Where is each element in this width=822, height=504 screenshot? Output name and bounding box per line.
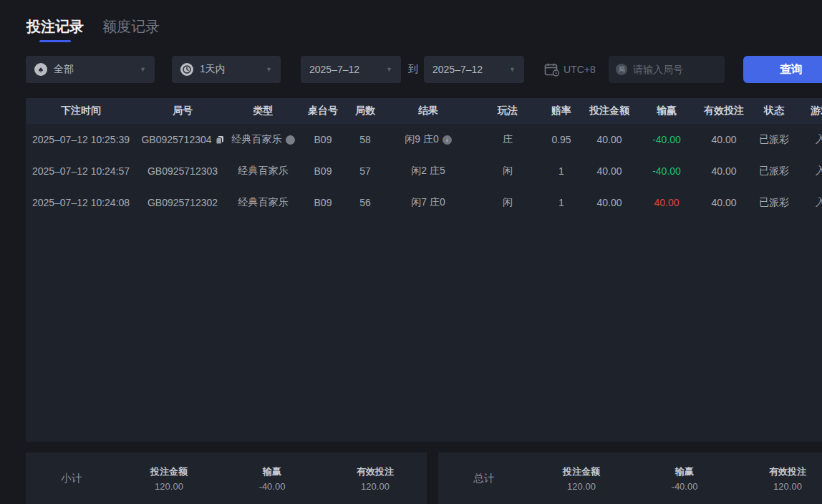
- spade-icon: ♠: [34, 63, 47, 76]
- cell-winloss: 40.00: [637, 197, 697, 208]
- round-icon: 局: [616, 64, 627, 75]
- cell-table: B09: [297, 165, 349, 177]
- query-button[interactable]: 查询: [743, 56, 822, 83]
- col-header-odds: 赔率: [541, 105, 582, 117]
- col-header-shoe: 局数: [349, 105, 382, 117]
- round-search-input[interactable]: [633, 64, 717, 75]
- cell-valid: 40.00: [697, 165, 751, 177]
- subtotal-valid: 有效投注 120.00: [324, 465, 427, 492]
- date-from-value: 2025–7–12: [309, 64, 359, 75]
- time-range-select[interactable]: 1天内 ▼: [172, 56, 281, 83]
- cell-shoe: 58: [349, 134, 382, 145]
- date-to-select[interactable]: 2025–7–12 ▼: [424, 56, 524, 83]
- cell-valid: 40.00: [697, 134, 751, 145]
- tab-bet-records[interactable]: 投注记录: [26, 17, 84, 42]
- col-header-round: 局号: [136, 105, 229, 117]
- date-to-value: 2025–7–12: [432, 64, 483, 75]
- cell-play: 闲: [475, 196, 541, 209]
- cell-bet: 40.00: [582, 134, 637, 145]
- time-range-value: 1天内: [200, 63, 226, 76]
- tab-quota-records[interactable]: 额度记录: [102, 17, 160, 42]
- total-bet: 投注金额 120.00: [530, 465, 633, 492]
- cell-shoe: 56: [349, 197, 382, 208]
- status-badge: 已派彩: [751, 196, 797, 209]
- col-header-type: 类型: [229, 105, 297, 117]
- cell-round: GB0925712303: [136, 165, 229, 177]
- chevron-down-icon: ▼: [386, 66, 392, 73]
- table-body: 2025–07–12 10:25:39 GB0925712304 经典百家乐 B…: [26, 124, 822, 442]
- table-header-row: 下注时间 局号 类型 桌台号 局数 结果 玩法 赔率 投注金额 输赢 有效投注 …: [26, 98, 822, 124]
- cell-table: B09: [297, 197, 349, 208]
- cell-time: 2025–07–12 10:24:57: [26, 165, 136, 177]
- subtotal-title: 小计: [26, 472, 117, 485]
- cell-odds: 1: [541, 165, 582, 177]
- cell-bet: 40.00: [582, 197, 637, 208]
- status-badge: 已派彩: [751, 165, 797, 178]
- timezone-label: UTC+8: [564, 64, 596, 75]
- total-valid: 有效投注 120.00: [736, 465, 822, 492]
- table-row: 2025–07–12 10:25:39 GB0925712304 经典百家乐 B…: [26, 124, 822, 155]
- cell-type: 经典百家乐: [229, 165, 297, 178]
- cell-shoe: 57: [349, 165, 382, 177]
- total-title: 总计: [438, 472, 530, 485]
- cell-round: GB0925712304: [136, 134, 229, 145]
- bet-records-table: 下注时间 局号 类型 桌台号 局数 结果 玩法 赔率 投注金额 输赢 有效投注 …: [26, 98, 822, 442]
- chevron-down-icon: ▼: [140, 66, 146, 73]
- cell-winloss: -40.00: [637, 165, 697, 177]
- col-header-valid: 有效投注: [697, 105, 751, 117]
- col-header-status: 状态: [751, 105, 797, 117]
- col-header-time: 下注时间: [26, 105, 136, 117]
- table-row: 2025–07–12 10:24:57 GB0925712303 经典百家乐 B…: [26, 155, 822, 187]
- col-header-bet: 投注金额: [582, 105, 637, 117]
- copy-icon[interactable]: [216, 135, 224, 145]
- date-from-select[interactable]: 2025–7–12 ▼: [301, 56, 401, 83]
- cell-time: 2025–07–12 10:25:39: [26, 134, 136, 145]
- game-type-select[interactable]: ♠ 全部 ▼: [26, 56, 155, 83]
- cell-table: B09: [297, 134, 349, 145]
- table-row: 2025–07–12 10:24:08 GB0925712302 经典百家乐 B…: [26, 187, 822, 218]
- col-header-table: 桌台号: [297, 105, 349, 117]
- cell-result: 闲9 庄0 i: [382, 133, 475, 146]
- game-type-value: 全部: [54, 63, 74, 76]
- cell-round: GB0925712302: [136, 197, 229, 208]
- cell-odds: 1: [541, 197, 582, 208]
- cell-type: 经典百家乐: [229, 133, 297, 146]
- timezone-indicator: UTC+8: [544, 56, 596, 83]
- subtotal-panel: 小计 投注金额 120.00 输赢 -40.00 有效投注 120.00: [26, 452, 427, 504]
- cell-type: 经典百家乐: [229, 196, 297, 209]
- round-search-field: 局: [609, 56, 725, 83]
- cell-winloss: -40.00: [637, 134, 697, 145]
- chevron-down-icon: ▼: [266, 66, 272, 73]
- take-seat-link[interactable]: 入座: [797, 133, 822, 146]
- cell-odds: 0.95: [541, 134, 582, 145]
- col-header-result: 结果: [382, 105, 475, 117]
- cell-result: 闲2 庄5: [382, 165, 475, 178]
- col-header-game-table: 游戏枱: [797, 105, 822, 117]
- total-winloss: 输赢 -40.00: [633, 465, 736, 492]
- calendar-clock-icon: [544, 63, 560, 77]
- info-icon[interactable]: i: [443, 135, 452, 145]
- chevron-down-icon: ▼: [509, 66, 516, 73]
- col-header-play: 玩法: [475, 105, 541, 117]
- cell-valid: 40.00: [697, 197, 751, 208]
- total-panel: 总计 投注金额 120.00 输赢 -40.00 有效投注 120.00: [438, 452, 822, 504]
- video-icon[interactable]: [286, 135, 295, 145]
- clock-icon: [180, 63, 193, 76]
- top-tabs: 投注记录 额度记录: [26, 17, 160, 42]
- filter-bar: ♠ 全部 ▼ 1天内 ▼ 2025–7–12 ▼ 到 2025–7–12 ▼: [0, 56, 822, 83]
- cell-bet: 40.00: [582, 165, 637, 177]
- cell-result: 闲7 庄0: [382, 196, 475, 209]
- subtotal-winloss: 输赢 -40.00: [221, 465, 324, 492]
- status-badge: 已派彩: [751, 133, 797, 146]
- take-seat-link[interactable]: 入座: [797, 165, 822, 178]
- cell-time: 2025–07–12 10:24:08: [26, 197, 136, 208]
- cell-play: 闲: [475, 165, 541, 178]
- subtotal-bet: 投注金额 120.00: [117, 465, 221, 492]
- take-seat-link[interactable]: 入座: [797, 196, 822, 209]
- date-range-to-label: 到: [408, 56, 418, 83]
- cell-play: 庄: [475, 133, 541, 146]
- col-header-winloss: 输赢: [637, 105, 697, 117]
